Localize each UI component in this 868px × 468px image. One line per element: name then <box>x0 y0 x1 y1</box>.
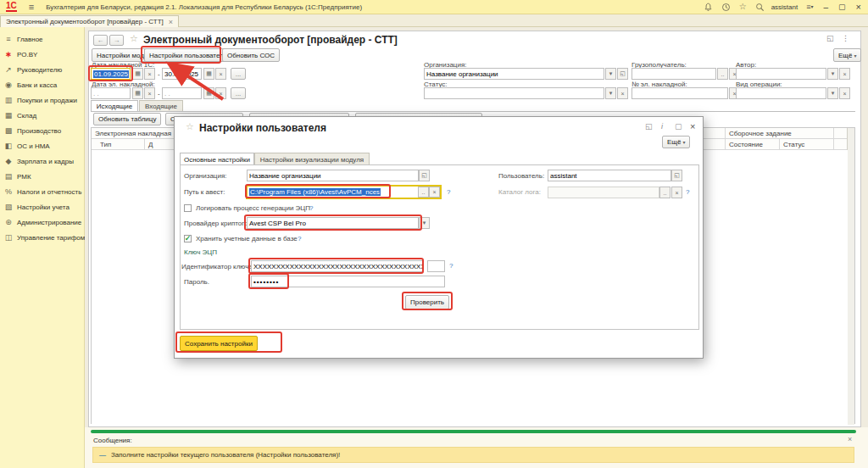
messages-splitter[interactable] <box>91 430 856 433</box>
service-menu-icon[interactable]: ≡▾ <box>806 3 813 11</box>
table-col-status[interactable]: Статус <box>780 139 834 150</box>
tab-outgoing[interactable]: Исходящие <box>91 100 138 112</box>
status-field[interactable] <box>424 87 604 99</box>
date-el-from-field[interactable]: . . <box>91 87 131 99</box>
message-item[interactable]: — Заполните настройки текущего пользоват… <box>92 447 854 463</box>
form-link-icon[interactable]: ◱ <box>826 34 834 42</box>
date-el-to-clear-icon[interactable]: × <box>215 87 226 99</box>
user-settings-button[interactable]: Настройки пользователя <box>144 48 232 62</box>
org-open-icon[interactable]: ◱ <box>617 68 628 80</box>
sidebar-item-proizvodstvo[interactable]: ▩Производство <box>0 123 84 138</box>
author-field[interactable] <box>736 68 826 80</box>
sidebar-item-administrirovanie[interactable]: ⊛Администрирование <box>0 214 84 230</box>
date-to-calendar-icon[interactable]: ▦ <box>203 68 214 80</box>
org-dropdown-icon[interactable]: ▾ <box>605 68 616 80</box>
author-clear-icon[interactable]: × <box>839 68 850 80</box>
dialog-path-choose-icon[interactable]: .. <box>418 187 429 198</box>
store-credentials-checkbox[interactable]: ✓ <box>184 235 192 242</box>
favorites-star-icon[interactable]: ☆ <box>739 3 747 11</box>
key-id-extra-field[interactable] <box>427 260 445 272</box>
key-id-help-link[interactable]: ? <box>449 262 453 270</box>
optype-dropdown-icon[interactable]: ▾ <box>827 87 838 99</box>
refresh-sos-button[interactable]: Обновить СОС <box>222 48 280 62</box>
messages-close-icon[interactable]: × <box>848 435 852 443</box>
history-icon[interactable] <box>721 3 731 12</box>
table-vertical-scrollbar[interactable] <box>847 128 854 425</box>
waybill-no-field[interactable] <box>632 87 728 99</box>
provider-dropdown-icon[interactable]: ▾ <box>419 217 430 229</box>
date-el-from-calendar-icon[interactable]: ▦ <box>132 87 143 99</box>
date-from-calendar-icon[interactable]: ▦ <box>132 68 143 80</box>
table-col-state[interactable]: Состояние <box>726 139 780 150</box>
status-dropdown-icon[interactable]: ▾ <box>605 87 616 99</box>
org-field[interactable]: Название организации <box>424 68 604 80</box>
sidebar-item-zarplata-i-kadry[interactable]: ◆Зарплата и кадры <box>0 153 84 169</box>
maximize-window-icon[interactable]: ▢ <box>838 3 846 11</box>
current-user[interactable]: assistant <box>771 3 798 11</box>
date-to-clear-icon[interactable]: × <box>215 68 226 80</box>
save-settings-button[interactable]: Сохранить настройки <box>180 336 258 351</box>
store-credentials-checkbox-label[interactable]: Хранить учетные данные в базе <box>196 235 298 242</box>
optype-field[interactable] <box>736 87 826 99</box>
notifications-bell-icon[interactable] <box>704 3 713 12</box>
log-process-checkbox-label[interactable]: Логировать процесс генерации ЭЦП <box>196 204 310 212</box>
form-more-button[interactable]: Ещё▾ <box>833 48 861 62</box>
optype-clear-icon[interactable]: × <box>839 87 850 99</box>
document-tab-close-icon[interactable]: × <box>169 18 173 26</box>
dialog-org-open-icon[interactable]: ◱ <box>419 170 430 181</box>
form-kebab-icon[interactable]: ⋮ <box>842 34 849 42</box>
dialog-close-icon[interactable]: × <box>690 121 695 131</box>
dialog-user-field[interactable]: assistant <box>548 170 671 181</box>
tab-incoming[interactable]: Входящие <box>139 100 183 112</box>
dialog-info-icon[interactable]: i <box>661 122 663 131</box>
dialog-path-field[interactable]: C:\Program Files (x86)\Avest\AvPCM_nces <box>248 187 418 198</box>
date-range-options-button[interactable]: ... <box>231 68 246 80</box>
sidebar-item-bank-i-kassa[interactable]: ◉Банк и касса <box>0 77 84 92</box>
log-process-checkbox[interactable] <box>184 204 192 212</box>
sidebar-item-rmk[interactable]: ▤РМК <box>0 169 84 184</box>
dialog-path-help-link[interactable]: ? <box>447 188 450 196</box>
forward-button[interactable]: → <box>109 35 124 46</box>
document-tab[interactable]: Электронный документооборот [провайдер -… <box>0 15 179 27</box>
date-from-field[interactable]: 01.09.2025 <box>91 68 131 80</box>
minimize-window-icon[interactable]: – <box>823 3 828 12</box>
date-to-field[interactable]: 30.09.2025 <box>162 68 202 80</box>
log-process-help-link[interactable]: ? <box>309 204 313 212</box>
check-button[interactable]: Проверить <box>405 295 449 309</box>
status-clear-icon[interactable]: × <box>617 87 628 99</box>
provider-combo[interactable]: Avest CSP Bel Pro <box>247 217 419 229</box>
date-from-clear-icon[interactable]: × <box>144 68 155 80</box>
sidebar-item-nalogi-i-otchetnost[interactable]: %Налоги и отчетность <box>0 184 84 199</box>
date-el-from-clear-icon[interactable]: × <box>144 87 155 99</box>
favorite-star-icon[interactable]: ☆ <box>130 33 138 44</box>
sidebar-item-rukovoditelyu[interactable]: ↗Руководителю <box>0 62 84 77</box>
refresh-table-button[interactable]: Обновить таблицу <box>93 113 161 125</box>
table-group-assembly-task[interactable]: Сборочное задание <box>726 128 834 139</box>
main-menu-icon[interactable]: ≡ <box>29 2 34 12</box>
password-field[interactable]: •••••••• <box>251 276 445 287</box>
sidebar-item-nastrojki-ucheta[interactable]: ▧Настройки учета <box>0 199 84 214</box>
dialog-logdir-choose-icon[interactable]: .. <box>659 187 670 198</box>
dialog-user-open-icon[interactable]: ◱ <box>671 170 682 181</box>
dialog-tab-main-settings[interactable]: Основные настройки <box>180 153 254 165</box>
dialog-logdir-help-link[interactable]: ? <box>686 188 689 196</box>
dialog-tab-visualization[interactable]: Настройки визуализации модуля <box>254 153 370 165</box>
close-window-icon[interactable]: × <box>856 2 861 12</box>
author-dropdown-icon[interactable]: ▾ <box>827 68 838 80</box>
date-el-to-field[interactable]: . . <box>162 87 202 99</box>
dialog-more-button[interactable]: Ещё▾ <box>662 136 690 148</box>
consignee-field[interactable] <box>632 68 716 80</box>
back-button[interactable]: ← <box>93 35 108 46</box>
table-col-type[interactable]: Тип <box>92 139 145 150</box>
search-icon[interactable] <box>755 3 765 12</box>
dialog-logdir-clear-icon[interactable]: × <box>671 187 682 198</box>
sidebar-item-os-i-nma[interactable]: ◧ОС и НМА <box>0 138 84 153</box>
date-el-options-button[interactable]: ... <box>231 87 246 99</box>
sidebar-item-glavnoe[interactable]: ≡Главное <box>0 31 84 47</box>
key-id-field[interactable]: XXXXXXXXXXXXXXXXXXXXXXXXXXXXXXXXXXXXXXXX <box>251 260 423 272</box>
store-credentials-help-link[interactable]: ? <box>298 235 301 242</box>
date-el-to-calendar-icon[interactable]: ▦ <box>203 87 214 99</box>
dialog-logdir-field[interactable] <box>548 187 659 198</box>
dialog-link-icon[interactable]: ◱ <box>645 122 653 131</box>
sidebar-item-po-by[interactable]: ∗PO.BY <box>0 47 84 62</box>
